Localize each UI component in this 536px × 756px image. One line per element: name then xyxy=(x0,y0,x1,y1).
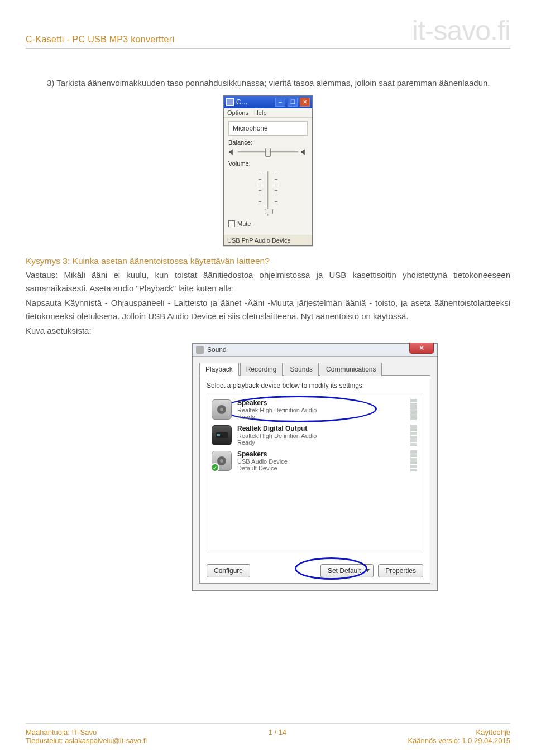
mixer-menubar: Options Help xyxy=(224,108,312,118)
default-check-icon: ✓ xyxy=(210,463,219,472)
speaker-right-icon xyxy=(300,148,308,156)
mixer-window: C… – ☐ ✕ Options Help Microphone Balance… xyxy=(223,95,313,246)
sound-tabs: Playback Recording Sounds Communications xyxy=(199,362,430,376)
properties-button[interactable]: Properties xyxy=(378,564,423,577)
footer-contact: Tiedustelut: asiakaspalvelu@it-savo.fi xyxy=(26,736,147,745)
device-row-3[interactable]: ✓ Speakers USB Audio Device Default Devi… xyxy=(210,448,419,474)
configure-button[interactable]: Configure xyxy=(207,564,250,577)
mute-checkbox[interactable] xyxy=(228,220,235,227)
menu-help[interactable]: Help xyxy=(254,109,267,116)
sound-close-button[interactable]: ✕ xyxy=(409,343,434,354)
level-meter-icon xyxy=(410,450,417,471)
device-state: Ready xyxy=(237,413,317,420)
minimize-button[interactable]: – xyxy=(275,98,285,107)
page-header: C-Kasetti - PC USB MP3 konvertteri it-sa… xyxy=(26,17,510,49)
page-number: 1 / 14 xyxy=(269,728,287,745)
svg-point-1 xyxy=(220,408,223,411)
sound-title: Sound xyxy=(207,346,227,354)
answer-3a: Vastaus: Mikäli ääni ei kuulu, kun toist… xyxy=(26,268,510,295)
sound-panel: Select a playback device below to modify… xyxy=(199,376,430,584)
speaker-icon xyxy=(212,399,232,420)
mixer-channel-name: Microphone xyxy=(228,121,308,136)
footer-importer: Maahantuoja: IT-Savo xyxy=(26,728,147,736)
set-default-button[interactable]: Set Default xyxy=(320,564,374,577)
volume-slider[interactable] xyxy=(228,168,308,218)
header-brand: it-savo.fi xyxy=(412,17,510,45)
device-state: Ready xyxy=(237,439,317,446)
mixer-device-name: USB PnP Audio Device xyxy=(224,235,312,245)
device-sub: Realtek High Definition Audio xyxy=(237,407,317,413)
device-sub: Realtek High Definition Audio xyxy=(237,432,317,439)
svg-point-5 xyxy=(220,459,223,463)
mixer-app-icon xyxy=(226,98,234,106)
menu-options[interactable]: Options xyxy=(227,109,248,116)
mixer-titlebar[interactable]: C… – ☐ ✕ xyxy=(224,96,312,108)
maximize-button[interactable]: ☐ xyxy=(288,98,298,107)
level-meter-icon xyxy=(410,425,417,446)
device-row-2[interactable]: Realtek Digital Output Realtek High Defi… xyxy=(210,422,419,448)
close-button[interactable]: ✕ xyxy=(300,98,310,107)
tab-sounds[interactable]: Sounds xyxy=(284,363,319,376)
footer-version: Käännös versio: 1.0 29.04.2015 xyxy=(408,736,510,745)
sound-button-row: Configure Set Default Properties xyxy=(207,564,423,577)
sound-dialog: Sound ✕ Playback Recording Sounds Commun… xyxy=(192,343,438,591)
header-left-title: C-Kasetti - PC USB MP3 konvertteri xyxy=(26,35,174,45)
sound-hint: Select a playback device below to modify… xyxy=(207,382,423,389)
speaker-left-icon xyxy=(228,148,236,156)
tab-playback[interactable]: Playback xyxy=(199,363,239,376)
paragraph-step3: 3) Tarkista äänenvoimakkuuden taso ponna… xyxy=(26,76,510,90)
answer-3c: Kuva asetuksista: xyxy=(26,324,510,338)
level-meter-icon xyxy=(410,399,417,420)
device-name: Realtek Digital Output xyxy=(237,425,317,432)
digital-output-icon xyxy=(212,425,232,445)
volume-label: Volume: xyxy=(228,160,308,167)
sound-titlebar[interactable]: Sound xyxy=(193,344,437,357)
tab-communications[interactable]: Communications xyxy=(320,363,382,376)
footer-doc-type: Käyttöohje xyxy=(408,728,510,736)
tab-recording[interactable]: Recording xyxy=(240,363,283,376)
device-sub: USB Audio Device xyxy=(237,458,288,465)
svg-rect-3 xyxy=(217,434,220,436)
device-name: Speakers xyxy=(237,450,288,458)
mixer-title: C… xyxy=(236,98,273,106)
balance-slider[interactable] xyxy=(238,147,298,157)
mute-label: Mute xyxy=(237,220,251,227)
device-row-1[interactable]: Speakers Realtek High Definition Audio R… xyxy=(210,397,419,422)
sound-app-icon xyxy=(196,346,204,354)
question-3: Kysymys 3: Kuinka asetan äänentoistossa … xyxy=(26,256,510,266)
device-name: Speakers xyxy=(237,399,317,407)
balance-label: Balance: xyxy=(228,139,308,146)
device-state: Default Device xyxy=(237,465,288,471)
speaker-icon: ✓ xyxy=(212,451,232,471)
device-list: Speakers Realtek High Definition Audio R… xyxy=(207,393,423,553)
answer-3b: Napsauta Käynnistä - Ohjauspaneeli - Lai… xyxy=(26,296,510,323)
page-footer: Maahantuoja: IT-Savo Tiedustelut: asiaka… xyxy=(26,723,510,745)
